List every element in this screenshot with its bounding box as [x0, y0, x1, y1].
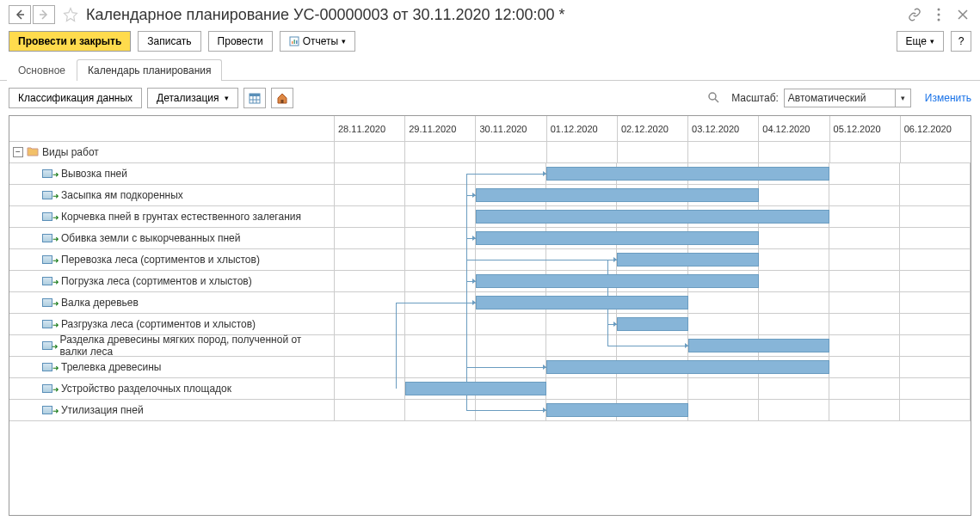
nav-forward-button[interactable] [33, 5, 55, 24]
gantt-header-cell: 29.11.2020 [405, 116, 476, 141]
gantt-row [335, 271, 971, 292]
tree-item[interactable]: ➜ Устройство разделочных площадок [9, 378, 335, 400]
tree-item[interactable]: ➜ Разгрузка леса (сортиментов и хлыстов) [9, 314, 335, 335]
tree-item-label: Разделка древесины мягких пород, получен… [60, 334, 330, 358]
gantt-bar[interactable] [405, 382, 546, 395]
gantt-header-cell: 28.11.2020 [335, 116, 405, 141]
tab-calendar[interactable]: Календарь планирования [77, 59, 223, 81]
folder-icon [27, 146, 39, 159]
scale-dropdown-button[interactable]: ▾ [896, 89, 911, 107]
classification-button[interactable]: Классификация данных [9, 88, 142, 108]
gantt-row [335, 228, 971, 249]
page-title: Календарное планирование УС-00000003 от … [86, 6, 903, 24]
gantt-bar[interactable] [476, 296, 687, 309]
tab-main[interactable]: Основное [7, 59, 77, 81]
gantt-body [335, 142, 971, 515]
gantt-header-cell: 06.12.2020 [901, 116, 971, 141]
task-icon: ➜ [42, 320, 56, 328]
reports-button[interactable]: Отчеты [280, 31, 355, 52]
task-icon: ➜ [42, 212, 56, 221]
tree-item[interactable]: ➜ Корчевка пней в грунтах естественного … [9, 206, 335, 228]
svg-rect-12 [280, 100, 283, 103]
tree-item[interactable]: ➜ Трелевка древесины [9, 357, 335, 378]
tree-item-label: Засыпка ям подкоренных [61, 189, 183, 201]
gantt-bar[interactable] [476, 231, 758, 245]
arrow-right-icon [39, 9, 49, 20]
tree-item-label: Валка деревьев [61, 297, 139, 309]
more-button[interactable]: Еще [897, 31, 944, 52]
save-button[interactable]: Записать [138, 31, 200, 52]
gantt-row [335, 400, 971, 421]
tree-item[interactable]: ➜ Утилизация пней [9, 400, 335, 421]
gantt-bar[interactable] [688, 339, 829, 352]
tree-item[interactable]: ➜ Обивка земли с выкорчеванных пней [9, 228, 335, 249]
gantt-row [335, 357, 971, 378]
detail-button[interactable]: Детализация [147, 88, 237, 108]
post-and-close-button[interactable]: Провести и закрыть [9, 31, 131, 52]
gantt-header-cell: 01.12.2020 [547, 116, 618, 141]
link-icon[interactable] [906, 6, 923, 23]
favorite-star-icon[interactable] [62, 6, 79, 23]
tree-item-label: Разгрузка леса (сортиментов и хлыстов) [61, 318, 256, 330]
tree-item[interactable]: ➜ Валка деревьев [9, 292, 335, 314]
home-button[interactable] [271, 88, 293, 108]
collapse-icon[interactable]: − [13, 147, 23, 157]
help-button[interactable]: ? [951, 31, 971, 52]
tree-item-label: Трелевка древесины [61, 361, 161, 373]
post-button[interactable]: Провести [208, 31, 273, 52]
gantt-header: 28.11.202029.11.202030.11.202001.12.2020… [335, 116, 971, 142]
tree-item[interactable]: ➜ Засыпка ям подкоренных [9, 185, 335, 206]
task-icon: ➜ [42, 363, 56, 371]
tree-item[interactable]: ➜ Перевозка леса (сортиментов и хлыстов) [9, 249, 335, 271]
svg-rect-4 [292, 41, 293, 44]
tree-item-label: Обивка земли с выкорчеванных пней [61, 232, 241, 244]
gantt-header-cell: 03.12.2020 [688, 116, 759, 141]
gantt-header-cell: 05.12.2020 [830, 116, 901, 141]
task-icon: ➜ [42, 384, 56, 393]
tree-item-label: Погрузка леса (сортиментов и хлыстов) [61, 275, 252, 287]
change-link[interactable]: Изменить [925, 92, 971, 104]
tree-item-label: Корчевка пней в грунтах естественного за… [61, 211, 301, 223]
svg-rect-8 [250, 94, 260, 96]
gantt-row [335, 292, 971, 314]
tree-item[interactable]: ➜ Разделка древесины мягких пород, получ… [9, 335, 335, 357]
task-icon: ➜ [42, 277, 56, 285]
gantt-bar[interactable] [476, 210, 829, 224]
tree-item-label: Утилизация пней [61, 404, 144, 416]
calendar-view-button[interactable] [243, 88, 266, 108]
task-icon: ➜ [42, 169, 56, 178]
tree-item[interactable]: ➜ Погрузка леса (сортиментов и хлыстов) [9, 271, 335, 292]
gantt-row [335, 335, 971, 357]
svg-point-13 [709, 93, 716, 100]
tree-item-label: Перевозка леса (сортиментов и хлыстов) [61, 254, 260, 266]
tabs: Основное Календарь планирования [0, 58, 980, 81]
subtoolbar: Классификация данных Детализация Масштаб… [0, 81, 980, 115]
close-icon[interactable] [954, 6, 971, 23]
tree-header [9, 116, 335, 142]
nav-back-button[interactable] [9, 5, 31, 24]
gantt-bar[interactable] [617, 253, 758, 267]
gantt-row [335, 163, 971, 185]
svg-line-14 [715, 99, 718, 102]
scale-select[interactable]: Автоматический [784, 89, 896, 107]
scale-label: Масштаб: [731, 92, 779, 104]
search-icon[interactable] [707, 91, 719, 106]
gantt-bar[interactable] [617, 317, 687, 331]
gantt-bar[interactable] [476, 274, 758, 288]
svg-point-0 [938, 9, 940, 11]
svg-rect-6 [296, 40, 298, 44]
gantt-container: − Виды работ ➜ Вывозка пней ➜ Засыпка ям… [9, 115, 971, 516]
svg-point-2 [938, 19, 940, 21]
gantt-row [335, 249, 971, 271]
gantt-bar[interactable] [476, 188, 758, 202]
tree-root[interactable]: − Виды работ [9, 142, 335, 163]
report-icon [289, 36, 299, 46]
gantt-bar[interactable] [546, 360, 829, 374]
more-actions-icon[interactable] [930, 6, 947, 23]
tree-item[interactable]: ➜ Вывозка пней [9, 163, 335, 185]
gantt-bar[interactable] [546, 167, 829, 181]
gantt-panel[interactable]: 28.11.202029.11.202030.11.202001.12.2020… [335, 116, 971, 515]
gantt-row [335, 378, 971, 400]
gantt-bar[interactable] [546, 403, 687, 417]
gantt-row [335, 206, 971, 228]
